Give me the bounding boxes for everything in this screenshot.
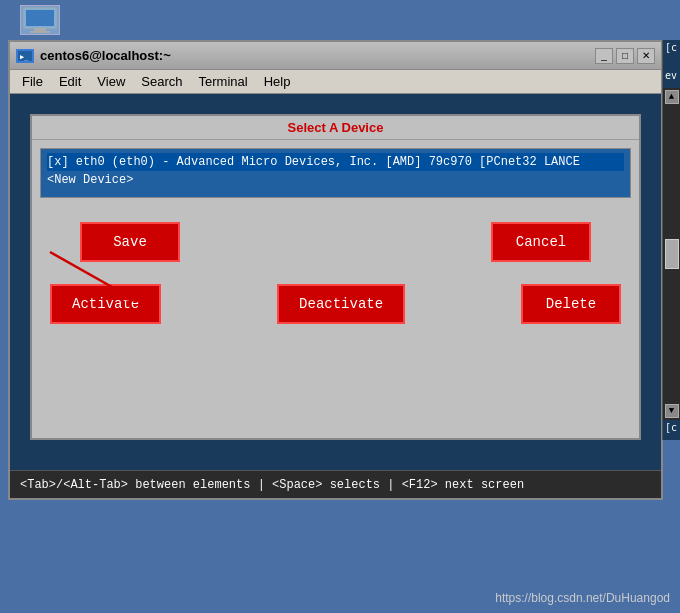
dialog-body: [x] eth0 (eth0) - Advanced Micro Devices… (32, 140, 639, 438)
right-panel-bot: [c (662, 420, 680, 440)
title-bar-left: ▶_ centos6@localhost:~ (16, 48, 171, 63)
scrollbar-down[interactable]: ▼ (665, 404, 679, 418)
terminal-icon: ▶_ (16, 49, 34, 63)
right-panel-mid: ev (662, 68, 680, 88)
scrollbar-thumb[interactable] (665, 239, 679, 269)
menu-search[interactable]: Search (133, 72, 190, 91)
activate-button[interactable]: Activate (50, 284, 161, 324)
device-item-eth0[interactable]: [x] eth0 (eth0) - Advanced Micro Devices… (47, 153, 624, 171)
menu-edit[interactable]: Edit (51, 72, 89, 91)
cancel-button[interactable]: Cancel (491, 222, 591, 262)
menu-help[interactable]: Help (256, 72, 299, 91)
deactivate-button[interactable]: Deactivate (277, 284, 405, 324)
computer-icon (20, 5, 60, 35)
dialog-title: Select A Device (32, 116, 639, 140)
window-title: centos6@localhost:~ (40, 48, 171, 63)
terminal-content: Select A Device [x] eth0 (eth0) - Advanc… (10, 94, 661, 470)
right-panel-top: [c (662, 40, 680, 68)
watermark: https://blog.csdn.net/DuHuangod (495, 591, 670, 605)
minimize-button[interactable]: _ (595, 48, 613, 64)
delete-button[interactable]: Delete (521, 284, 621, 324)
device-item-new[interactable]: <New Device> (47, 171, 624, 189)
menu-file[interactable]: File (14, 72, 51, 91)
menu-bar: File Edit View Search Terminal Help (10, 70, 661, 94)
title-bar-buttons: _ □ ✕ (595, 48, 655, 64)
scrollbar-up[interactable]: ▲ (665, 90, 679, 104)
close-button[interactable]: ✕ (637, 48, 655, 64)
svg-rect-2 (34, 28, 46, 31)
device-list[interactable]: [x] eth0 (eth0) - Advanced Micro Devices… (40, 148, 631, 198)
status-text: <Tab>/<Alt-Tab> between elements | <Spac… (20, 478, 524, 492)
svg-rect-3 (30, 31, 50, 33)
menu-terminal[interactable]: Terminal (191, 72, 256, 91)
desktop-icon (10, 5, 70, 35)
save-button[interactable]: Save (80, 222, 180, 262)
select-device-dialog: Select A Device [x] eth0 (eth0) - Advanc… (30, 114, 641, 440)
menu-view[interactable]: View (89, 72, 133, 91)
svg-rect-1 (26, 10, 54, 26)
svg-text:▶_: ▶_ (20, 53, 29, 61)
maximize-button[interactable]: □ (616, 48, 634, 64)
scrollbar[interactable]: ▲ ▼ (662, 88, 680, 420)
desktop: ▶_ centos6@localhost:~ _ □ ✕ File Edit V… (0, 0, 680, 613)
status-bar: <Tab>/<Alt-Tab> between elements | <Spac… (10, 470, 661, 498)
title-bar: ▶_ centos6@localhost:~ _ □ ✕ (10, 42, 661, 70)
terminal-window: ▶_ centos6@localhost:~ _ □ ✕ File Edit V… (8, 40, 663, 500)
